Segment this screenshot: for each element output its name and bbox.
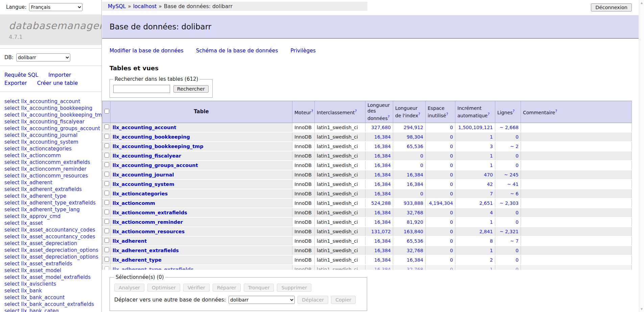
table-name-link[interactable]: llx_actioncomm_resources: [113, 229, 185, 234]
table-name-link[interactable]: llx_actioncomm: [113, 200, 155, 206]
rows-count-link[interactable]: 0: [516, 134, 519, 140]
row-checkbox[interactable]: [104, 134, 109, 139]
selected-action-button[interactable]: Réparer: [213, 284, 241, 292]
rows-count-link[interactable]: ~ 2: [510, 144, 519, 149]
sidebar-table-link[interactable]: select llx_adherent_extrafields: [4, 186, 102, 193]
row-checkbox[interactable]: [104, 200, 109, 205]
row-checkbox[interactable]: [104, 162, 109, 167]
row-checkbox[interactable]: [104, 257, 109, 262]
sidebar-table-link[interactable]: select llx_bank_account: [4, 294, 102, 301]
sidebar-table-link[interactable]: select llx_actioncomm_reminder: [4, 166, 102, 172]
column-help-link[interactable]: ?: [388, 115, 390, 119]
breadcrumb-link[interactable]: MySQL: [108, 3, 126, 9]
move-action-button[interactable]: Copier: [331, 296, 356, 304]
rows-count-link[interactable]: ~ 245: [504, 172, 519, 177]
table-name-link[interactable]: llx_accounting_account: [113, 125, 176, 130]
selected-action-button[interactable]: Supprimer: [277, 284, 311, 292]
table-name-link[interactable]: llx_accounting_bookkeeping: [113, 134, 190, 140]
sidebar-table-link[interactable]: select llx_accounting_fiscalyear: [4, 118, 102, 125]
row-checkbox[interactable]: [104, 219, 109, 224]
rows-count-link[interactable]: ~ 2,668: [500, 125, 519, 130]
table-name-link[interactable]: llx_accounting_journal: [113, 172, 174, 177]
move-db-select[interactable]: dolibarr: [229, 296, 295, 304]
sidebar-table-link[interactable]: select llx_asset_accountancy_codes: [4, 226, 102, 233]
sidebar-table-link[interactable]: select llx_avisclients: [4, 281, 102, 287]
row-checkbox[interactable]: [104, 143, 109, 148]
page-scrollbar[interactable]: ▲ ▼: [639, 0, 644, 312]
table-name-link[interactable]: llx_accounting_bookkeeping_tmp: [113, 144, 204, 149]
selected-action-button[interactable]: Optimiser: [147, 284, 180, 292]
column-help-link[interactable]: ?: [311, 109, 313, 113]
rows-count-link[interactable]: 0: [516, 219, 519, 225]
logout-button[interactable]: Déconnexion: [591, 3, 632, 11]
sidebar-table-link[interactable]: select llx_approv_cmd: [4, 213, 102, 220]
sidebar-action-link[interactable]: Importer: [48, 71, 71, 79]
rows-count-link[interactable]: ~ 41: [507, 182, 519, 187]
table-name-link[interactable]: llx_actioncomm_extrafields: [113, 210, 187, 215]
table-name-link[interactable]: llx_actioncomm_reminder: [113, 219, 183, 225]
selected-action-button[interactable]: Analyser: [114, 284, 144, 292]
sidebar-table-link[interactable]: select llx_adherent_type_lang: [4, 206, 102, 213]
sidebar-table-link[interactable]: select llx_bank: [4, 287, 102, 294]
rows-count-link[interactable]: ~ 7: [510, 238, 519, 244]
sidebar-table-link[interactable]: select llx_bank_account_extrafields: [4, 301, 102, 308]
table-name-link[interactable]: llx_accounting_groups_account: [113, 163, 198, 168]
column-help-link[interactable]: ?: [487, 112, 490, 116]
db-select[interactable]: dolibarr: [16, 53, 70, 62]
scrollbar-up-arrow[interactable]: ▲: [639, 1, 644, 4]
row-checkbox[interactable]: [104, 181, 109, 186]
row-checkbox[interactable]: [104, 266, 109, 270]
row-checkbox[interactable]: [104, 153, 109, 158]
db-action-link[interactable]: Schéma de la base de données: [196, 48, 278, 54]
select-all-checkbox[interactable]: [104, 109, 109, 114]
sidebar-action-link[interactable]: Exporter: [4, 79, 27, 87]
sidebar-table-link[interactable]: select llx_asset: [4, 220, 102, 226]
sidebar-table-link[interactable]: select llx_accounting_account: [4, 98, 102, 105]
row-checkbox[interactable]: [104, 172, 109, 176]
scrollbar-down-arrow[interactable]: ▼: [639, 308, 644, 311]
sidebar-table-link[interactable]: select llx_asset_depreciation_options: [4, 254, 102, 260]
sidebar-table-link[interactable]: select llx_accounting_system: [4, 139, 102, 145]
sidebar-table-link[interactable]: select llx_asset_extrafields: [4, 260, 102, 267]
rows-count-link[interactable]: 0: [516, 210, 519, 215]
sidebar-action-link[interactable]: Requête SQL: [4, 71, 38, 79]
rows-count-link[interactable]: 0: [516, 257, 519, 263]
sidebar-table-link[interactable]: select llx_asset_accountancy_codes: [4, 233, 102, 240]
table-name-link[interactable]: llx_accounting_fiscalyear: [113, 153, 181, 159]
sidebar-action-link[interactable]: Créer une table: [37, 79, 78, 87]
table-name-link[interactable]: llx_accounting_system: [113, 182, 174, 187]
sidebar-table-link[interactable]: select llx_accounting_journal: [4, 132, 102, 139]
sidebar-table-link[interactable]: select llx_bank_categ: [4, 308, 102, 312]
row-checkbox[interactable]: [104, 238, 109, 243]
language-select[interactable]: Français: [29, 3, 82, 11]
table-name-link[interactable]: llx_actioncategories: [113, 191, 168, 196]
sidebar-table-link[interactable]: select llx_adherent_type_extrafields: [4, 199, 102, 206]
rows-count-link[interactable]: 0: [516, 163, 519, 168]
rows-count-link[interactable]: ~ 2,321: [500, 229, 519, 234]
sidebar-table-link[interactable]: select llx_accounting_groups_account: [4, 125, 102, 132]
selected-action-button[interactable]: Vérifier: [183, 284, 210, 292]
column-help-link[interactable]: ?: [418, 112, 420, 116]
sidebar-table-link[interactable]: select llx_actioncomm_resources: [4, 172, 102, 179]
row-checkbox[interactable]: [104, 247, 109, 252]
column-help-link[interactable]: ?: [446, 112, 448, 116]
sidebar-table-link[interactable]: select llx_asset_depreciation: [4, 240, 102, 247]
sidebar-table-link[interactable]: select llx_actioncomm: [4, 152, 102, 159]
rows-count-link[interactable]: 0: [516, 267, 519, 270]
column-help-link[interactable]: ?: [555, 109, 557, 113]
rows-count-link[interactable]: ~ 6: [510, 191, 519, 196]
row-checkbox[interactable]: [104, 210, 109, 214]
sidebar-table-link[interactable]: select llx_adherent_type: [4, 193, 102, 199]
sidebar-table-link[interactable]: select llx_asset_depreciation_options: [4, 247, 102, 254]
row-checkbox[interactable]: [104, 124, 109, 129]
sidebar-table-link[interactable]: select llx_actioncategories: [4, 145, 102, 152]
rows-count-link[interactable]: 0: [516, 248, 519, 253]
table-name-link[interactable]: llx_adherent_type: [113, 257, 162, 263]
selected-action-button[interactable]: Tronquer: [244, 284, 274, 292]
sidebar-table-link[interactable]: select llx_accounting_bookkeeping: [4, 105, 102, 112]
row-checkbox[interactable]: [104, 229, 109, 233]
sidebar-table-link[interactable]: select llx_asset_model_extrafields: [4, 274, 102, 281]
search-button[interactable]: Rechercher: [173, 85, 209, 93]
search-input[interactable]: [113, 85, 170, 93]
sidebar-table-link[interactable]: select llx_adherent: [4, 179, 102, 186]
